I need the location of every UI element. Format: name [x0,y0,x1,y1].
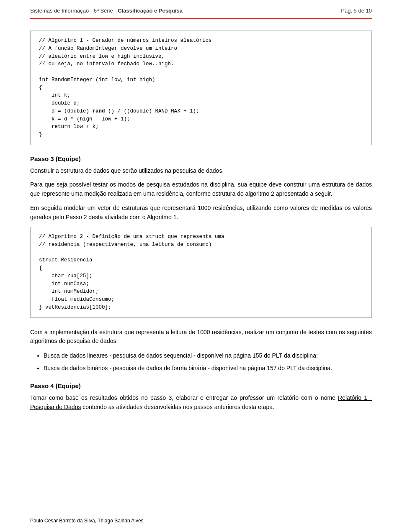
header-page: Pág. 5 de 10 [341,8,372,14]
passo4-paragraph: Tomar como base os resultados obtidos no… [30,394,372,412]
header-title-bold: Classificação e Pesquisa [118,8,183,14]
bullet-list: Busca de dados lineares - pesquisa de da… [44,351,372,373]
passo4-heading: Passo 4 (Equipe) [30,382,372,389]
code-block-2: // Algoritmo 2 - Definição de uma struct… [30,227,372,318]
passo4-pre: Tomar como base os resultados obtidos no… [30,394,338,401]
bullet-item-1: Busca de dados lineares - pesquisa de da… [44,351,372,360]
header-title: Sistemas de Informação - 6ª Série - Clas… [30,8,183,14]
passo3-heading: Passo 3 (Equipe) [30,155,372,162]
code-block-1: // Algoritmo 1 - Gerador de números inte… [30,31,372,145]
header-title-prefix: Sistemas de Informação - 6ª Série - [30,8,118,14]
passo4-post: contendo as atividades desenvolvidas nos… [81,404,274,410]
passo3-paragraph3: Em seguida modelar um vetor de estrutura… [30,204,372,222]
footer-text: Paulo César Barreto da Silva, Thiago Sal… [30,518,144,524]
page-footer: Paulo César Barreto da Silva, Thiago Sal… [30,515,372,524]
page-container: Sistemas de Informação - 6ª Série - Clas… [0,0,402,532]
implementacao-paragraph: Com a implementação da estrutura que rep… [30,328,372,346]
passo3-paragraph2: Para que seja possível testar os modos d… [30,180,372,198]
passo3-paragraph1: Construir a estrutura de dados que serão… [30,166,372,176]
page-header: Sistemas de Informação - 6ª Série - Clas… [30,0,372,19]
bullet-item-2: Busca de dados binários - pesquisa de da… [44,363,372,373]
